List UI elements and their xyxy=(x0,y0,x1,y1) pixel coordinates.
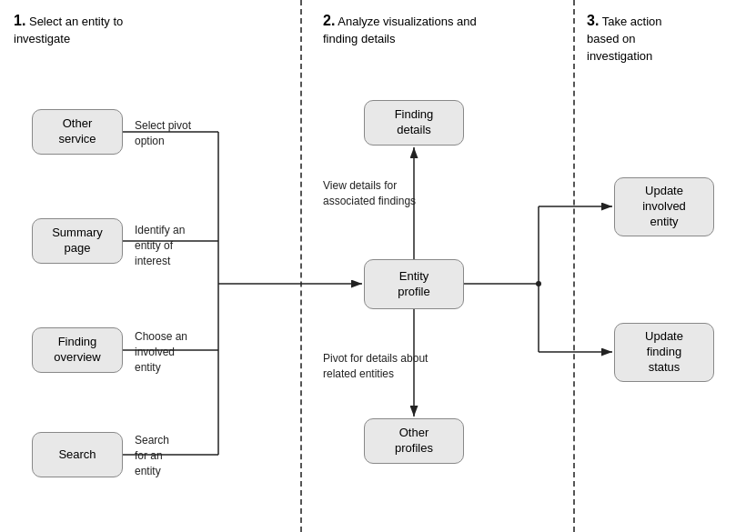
other-profiles-box: Other profiles xyxy=(364,418,464,464)
entity-profile-box: Entity profile xyxy=(364,259,464,309)
finding-overview-box: Finding overview xyxy=(32,327,123,373)
finding-details-box: Finding details xyxy=(364,100,464,146)
divider-1 xyxy=(300,0,302,532)
step-1-header: 1. Select an entity to investigate xyxy=(14,11,123,48)
step-2-num: 2. xyxy=(323,13,335,28)
pivot-details-label: Pivot for details aboutrelated entities xyxy=(323,351,428,382)
step-2-header: 2. Analyze visualizations and finding de… xyxy=(323,11,477,48)
step-3-num: 3. xyxy=(587,13,599,28)
identify-entity-label: Identify anentity ofinterest xyxy=(135,223,185,268)
step-3-header: 3. Take action based on investigation xyxy=(587,11,662,65)
step-3-label: Take action based on investigation xyxy=(587,15,662,63)
step-1-label: Select an entity to investigate xyxy=(14,15,123,45)
update-involved-entity-box: Update involved entity xyxy=(614,177,714,236)
search-box: Search xyxy=(32,432,123,477)
workflow-diagram: 1. Select an entity to investigate 2. An… xyxy=(0,0,756,532)
step-1-num: 1. xyxy=(14,13,25,28)
svg-point-14 xyxy=(536,281,541,286)
step-2-label: Analyze visualizations and finding detai… xyxy=(323,15,477,45)
divider-2 xyxy=(573,0,575,532)
select-pivot-label: Select pivotoption xyxy=(135,118,191,149)
other-service-box: Other service xyxy=(32,109,123,155)
view-details-label: View details forassociated findings xyxy=(323,178,416,209)
search-entity-label: Searchfor anentity xyxy=(135,433,169,478)
choose-involved-label: Choose aninvolvedentity xyxy=(135,329,187,375)
summary-page-box: Summary page xyxy=(32,218,123,264)
update-finding-status-box: Update finding status xyxy=(614,323,714,382)
